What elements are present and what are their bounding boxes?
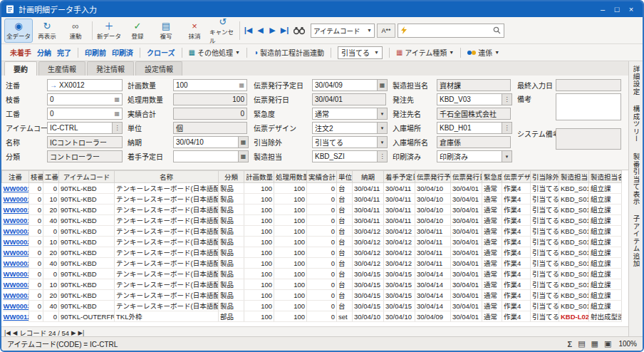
grid-cell[interactable]: 作業4 [502,237,531,247]
grid-cell[interactable]: KBD_S01 [559,226,589,237]
grid-column-header[interactable]: 計画数量 [244,171,274,183]
grid-row[interactable]: WW000201090TKL-KBDテンキーレスキーボード(日本語配列)(90キ… [2,237,622,247]
grid-cell[interactable]: 組立課 [589,183,622,194]
grid-cell[interactable]: テンキーレスキーボード(日本語配列)(90キー) [115,247,219,258]
grid-cell[interactable]: 0 [29,194,43,205]
grid-row[interactable]: WW000301090TKL-KBDテンキーレスキーボード(日本語配列)(90キ… [2,279,622,290]
grid-cell[interactable]: 台 [337,279,353,290]
grid-cell[interactable]: 0 [307,205,337,215]
grid-cell[interactable]: 100 [274,237,307,247]
grid-cell[interactable]: 台 [337,247,353,258]
grid-cell[interactable]: 30/04/01 [451,301,482,311]
cancel-button[interactable]: ↺ キャンセル [209,19,237,43]
branch-no-field[interactable]: 0 ▦ [47,93,123,105]
grid-cell[interactable]: 100 [274,279,307,290]
grid-cell[interactable]: 30/04/15 [384,301,415,311]
calendar-icon[interactable]: ▦ [378,79,388,91]
grid-cell[interactable]: 製品 [219,269,244,279]
grid-cell[interactable]: 30/04/11 [384,183,415,194]
grid-cell[interactable]: 引当てる [531,311,559,322]
before-print-button[interactable]: 印刷前 [85,47,106,58]
prev-record-nav-button[interactable]: ◀ [13,329,18,336]
grid-cell[interactable]: 30/04/11 [353,183,384,194]
grid-cell[interactable]: KBD_S01 [559,290,589,301]
grid-cell[interactable]: テンキーレスキーボード(日本語配列)(90キー) [115,226,219,237]
grid-cell[interactable]: 引当てる [531,301,559,311]
grid-row[interactable]: WW00120090TKL-OUTERFRAMETKL外枠部品1001000se… [2,311,622,322]
grid-cell[interactable]: 100 [244,247,274,258]
close-button[interactable]: × [624,5,638,14]
grid-cell[interactable]: テンキーレスキーボード(日本語配列)(90キー) [115,237,219,247]
grid-cell[interactable]: 100 [274,247,307,258]
grid-cell[interactable]: 組立課 [589,279,622,290]
grid-cell[interactable]: 台 [337,205,353,215]
grid-cell[interactable]: 組立課 [589,301,622,311]
grid-cell[interactable]: 引当てる [531,205,559,215]
order-no-field[interactable]: → XX0012 [47,79,123,91]
grid-cell[interactable]: 90TKL-KBD [59,237,115,247]
binoculars-icon[interactable] [294,26,305,35]
grid-column-header[interactable]: 伝票発行日 [451,171,482,183]
other-process-button[interactable]: ▦ その他処理 ▼ [189,47,240,58]
grid-cell[interactable]: 30/04/14 [415,301,451,311]
grid-cell[interactable]: 引当てる [531,215,559,226]
grid-cell[interactable]: 30/04/01 [451,226,482,237]
grid-cell[interactable]: 30/04/12 [353,226,384,237]
grid-cell[interactable]: 30/04/10 [415,205,451,215]
grid-cell[interactable]: 作業4 [502,215,531,226]
plan-qty-field[interactable]: 100 ▦ [173,79,247,91]
next-record-button[interactable]: ▶ [266,26,279,35]
grid-column-header[interactable]: 緊急度 [482,171,502,183]
grid-cell[interactable]: 30/04/11 [415,247,451,258]
grid-cell[interactable]: テンキーレスキーボード(日本語配列)(90キー) [115,258,219,269]
grid-cell[interactable]: 引当てる [531,183,559,194]
grid-cell[interactable]: 30/04/11 [353,194,384,205]
grid-cell[interactable]: 30/04/12 [384,226,415,237]
grid-cell[interactable]: 作業4 [502,258,531,269]
pre-mfg-link-button[interactable]: ◑ 製造前工程計画連動 [254,47,324,58]
last-record-nav-button[interactable]: ▶| [78,329,85,336]
grid-cell[interactable]: 30/04/10 [353,311,384,322]
grid-cell[interactable]: 30/04/01 [451,247,482,258]
grid-cell[interactable]: 組立課 [589,215,622,226]
grid-row[interactable]: WW000202090TKL-KBDテンキーレスキーボード(日本語配列)(90キ… [2,247,622,258]
grid-cell[interactable]: 90TKL-KBD [59,226,115,237]
grid-cell[interactable]: 台 [337,290,353,301]
grid-cell[interactable]: 0 [29,311,43,322]
grid-cell[interactable]: 0 [43,183,59,194]
grid-cell[interactable]: 組立課 [589,269,622,279]
grid-cell[interactable]: 作業4 [502,269,531,279]
grid-cell[interactable]: テンキーレスキーボード(日本語配列)(90キー) [115,301,219,311]
grid-column-header[interactable]: 伝票デザイン [502,171,531,183]
chevron-down-icon[interactable]: ▼ [502,150,512,162]
grid-cell[interactable]: 0 [29,290,43,301]
grid-cell[interactable]: 0 [29,301,43,311]
partial-delivery-button[interactable]: 分納 [37,47,51,58]
sidebar-item-serial-allocation[interactable]: 製番引当て表示 [630,153,643,206]
grid-column-header[interactable]: 実績合計 [307,171,337,183]
grid-cell[interactable]: 作業4 [502,247,531,258]
grid-cell[interactable]: 30/04/15 [384,290,415,301]
grid-cell[interactable]: 30/04/11 [384,215,415,226]
grid-cell[interactable]: KBD-L02 [559,311,589,322]
grid-cell[interactable]: 100 [244,258,274,269]
grid-cell[interactable]: テンキーレスキーボード(日本語配列)(90キー) [115,215,219,226]
grid-cell[interactable]: 30/04/15 [353,301,384,311]
supplier-field[interactable]: KBD_V03 [437,93,502,105]
grid-cell[interactable]: 引当てる [531,226,559,237]
chevron-down-icon[interactable]: ▼ [378,122,388,134]
grid-row[interactable]: WW00020090TKL-KBDテンキーレスキーボード(日本語配列)(90キー… [2,226,622,237]
grid-cell[interactable]: 作業4 [502,183,531,194]
grid-cell[interactable]: 作業4 [502,290,531,301]
grid-cell[interactable]: KBD_S01 [559,183,589,194]
grid-cell[interactable]: KBD_S01 [559,279,589,290]
grid-cell[interactable]: 製品 [219,301,244,311]
grid-cell[interactable]: 30/04/11 [415,237,451,247]
grid-cell[interactable]: 通常 [482,237,502,247]
grid-cell[interactable]: 0 [307,269,337,279]
view-list-icon[interactable]: ▤ [578,339,585,348]
supplier-lookup-button[interactable]: ⋮ [502,93,512,105]
grid-cell[interactable]: 通常 [482,258,502,269]
view-grid-icon[interactable]: ▦ [591,339,598,348]
grid-cell[interactable]: 0 [307,215,337,226]
